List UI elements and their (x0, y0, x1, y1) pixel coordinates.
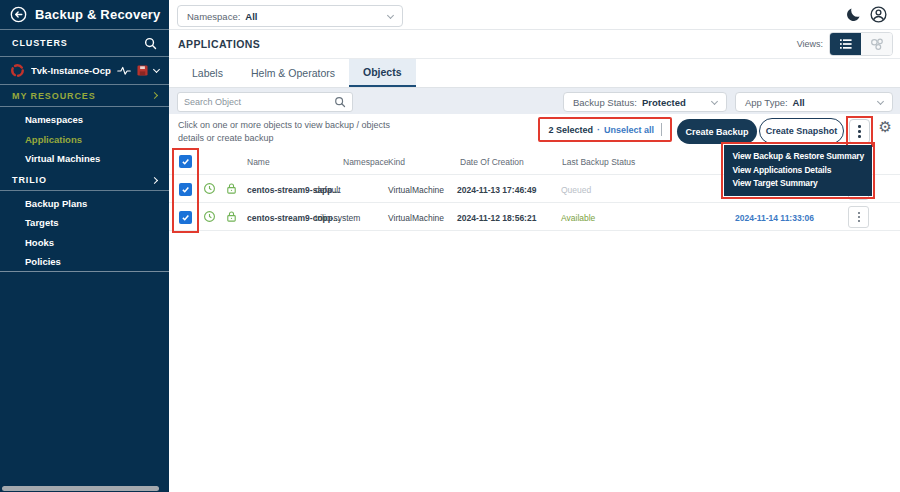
menu-item-applications-details[interactable]: View Applications Details (732, 164, 864, 178)
unselect-all-link[interactable]: Unselect all (604, 125, 654, 135)
search-icon[interactable] (334, 96, 346, 108)
tab-bar: Labels Helm & Operators Objects (169, 59, 900, 88)
menu-item-target-summary[interactable]: View Target Summary (732, 177, 864, 191)
page-title: APPLICATIONS (178, 38, 260, 50)
cell-created: 2024-11-13 17:46:49 (457, 185, 536, 195)
chevron-down-icon (877, 97, 884, 104)
back-icon[interactable] (10, 6, 27, 23)
trilio-label: TRILIO (12, 175, 47, 185)
trilio-items: Backup Plans Targets Hooks Policies (0, 191, 169, 272)
create-backup-button[interactable]: Create Backup (677, 119, 757, 144)
dropdown-annotation: View Backup & Restore Summary View Appli… (721, 142, 875, 199)
tab-labels[interactable]: Labels (178, 59, 237, 87)
my-resources-label: MY RESOURCES (12, 91, 96, 101)
col-name: Name (247, 157, 270, 167)
chevron-down-icon (387, 11, 394, 18)
kebab-icon (858, 125, 861, 128)
list-view-button[interactable] (830, 33, 861, 55)
namespace-value: All (245, 11, 257, 22)
filter-bar: Backup Status: Protected App Type: All (169, 88, 900, 114)
lock-icon (225, 182, 238, 195)
trilio-logo-icon (10, 63, 25, 78)
bubble-view-icon (869, 37, 885, 51)
sidebar: Backup & Recovery CLUSTERS Tvk-Instance-… (0, 0, 169, 492)
my-resources-header[interactable]: MY RESOURCES (0, 85, 169, 107)
search-object-box (177, 92, 353, 112)
selection-summary: 2 Selected · Unselect all (541, 120, 669, 139)
disk-icon[interactable] (137, 65, 148, 76)
chevron-right-icon (151, 92, 158, 99)
dark-mode-toggle[interactable] (845, 6, 862, 23)
sidebar-divider (0, 271, 169, 272)
kebab-icon (858, 212, 860, 214)
horizontal-scrollbar[interactable] (2, 486, 159, 491)
cell-namespace: default (315, 185, 341, 195)
cell-namespace: trilio-system (315, 213, 360, 223)
more-actions-button[interactable] (849, 119, 870, 144)
more-actions-menu: View Backup & Restore Summary View Appli… (724, 145, 872, 196)
sidebar-header: Backup & Recovery (0, 0, 169, 30)
user-icon (869, 5, 888, 24)
search-icon[interactable] (144, 37, 157, 50)
row-checkbox[interactable] (179, 211, 192, 224)
account-button[interactable] (869, 5, 888, 24)
tab-objects[interactable]: Objects (349, 59, 416, 87)
cell-last-backup-link[interactable]: 2024-11-14 11:33:06 (735, 213, 814, 223)
backup-recovery-app: Backup & Recovery CLUSTERS Tvk-Instance-… (0, 0, 900, 492)
sidebar-item-applications[interactable]: Applications (0, 130, 169, 150)
gear-icon[interactable]: ⚙ (879, 120, 892, 135)
sidebar-item-namespaces[interactable]: Namespaces (0, 110, 169, 130)
cluster-name: Tvk-Instance-Ocpv1 (31, 65, 111, 76)
chevron-down-icon (711, 97, 718, 104)
col-namespace: Namespace (343, 157, 388, 167)
col-date-of-creation: Date Of Creation (460, 157, 524, 167)
sidebar-item-backup-plans[interactable]: Backup Plans (0, 194, 169, 214)
divider (661, 123, 662, 136)
select-all-checkbox[interactable] (179, 155, 192, 168)
cell-created: 2024-11-12 18:56:21 (457, 213, 536, 223)
sidebar-item-policies[interactable]: Policies (0, 252, 169, 272)
namespace-label: Namespace: (187, 11, 240, 22)
separator-dot: · (597, 125, 600, 135)
col-last-backup-status: Last Backup Status (562, 157, 635, 167)
history-clock-icon (203, 210, 216, 223)
sidebar-item-hooks[interactable]: Hooks (0, 233, 169, 253)
cell-kind: VirtualMachine (388, 185, 444, 195)
app-title: Backup & Recovery (35, 7, 161, 22)
list-view-icon (839, 38, 853, 50)
row-checkbox[interactable] (179, 183, 192, 196)
chevron-right-icon (151, 176, 158, 183)
moon-icon (845, 6, 862, 23)
lock-icon (225, 210, 238, 223)
search-object-input[interactable] (184, 97, 334, 107)
namespace-select[interactable]: Namespace: All (177, 5, 403, 27)
page-header: APPLICATIONS Views: (169, 30, 900, 59)
table-row[interactable]: centos-stream9-copp... trilio-system Vir… (169, 203, 900, 231)
selected-count: 2 Selected (548, 125, 593, 135)
views-label: Views: (797, 39, 823, 49)
cell-status: Available (561, 213, 595, 223)
pulse-icon[interactable] (117, 65, 131, 77)
row-menu-button[interactable] (848, 206, 869, 228)
sidebar-item-virtual-machines[interactable]: Virtual Machines (0, 149, 169, 169)
app-type-select[interactable]: App Type: All (735, 92, 893, 112)
bubble-view-button[interactable] (861, 33, 892, 55)
chevron-down-icon[interactable] (153, 66, 160, 73)
cluster-item[interactable]: Tvk-Instance-Ocpv1 (0, 57, 169, 85)
col-kind: Kind (388, 157, 405, 167)
sidebar-item-targets[interactable]: Targets (0, 213, 169, 233)
cell-status: Queued (561, 185, 591, 195)
trilio-section-header[interactable]: TRILIO (0, 171, 169, 191)
history-clock-icon (203, 182, 216, 195)
create-snapshot-button[interactable]: Create Snapshot (759, 118, 844, 144)
views-toggle: Views: (797, 32, 893, 56)
clusters-section-header: CLUSTERS (0, 30, 169, 57)
selection-annotation: 2 Selected · Unselect all (538, 117, 672, 142)
resource-items: Namespaces Applications Virtual Machines (0, 107, 169, 169)
tab-helm-operators[interactable]: Helm & Operators (237, 59, 349, 87)
info-text: Click on one or more objects to view bac… (178, 119, 390, 144)
cell-kind: VirtualMachine (388, 213, 444, 223)
menu-item-backup-restore-summary[interactable]: View Backup & Restore Summary (732, 150, 864, 164)
clusters-label: CLUSTERS (12, 38, 68, 48)
backup-status-select[interactable]: Backup Status: Protected (563, 92, 727, 112)
